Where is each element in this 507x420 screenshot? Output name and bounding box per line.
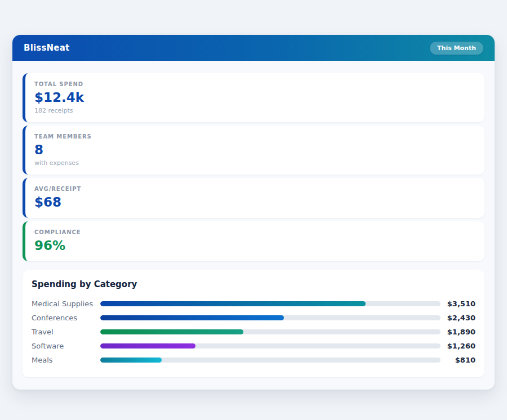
stat-value: $68 [34, 194, 475, 211]
category-value: $1,890 [441, 328, 475, 336]
category-label: Medical Supplies [32, 300, 100, 308]
bar-fill [100, 358, 162, 363]
chart-row-software: Software $1,260 [32, 339, 475, 353]
chart-row-travel: Travel $1,890 [32, 325, 475, 339]
stat-card-team-members: TEAM MEMBERS 8 with expenses [23, 126, 484, 175]
app-title: BlissNeat [24, 43, 69, 53]
stat-card-avg-receipt: AVG/RECEIPT $68 [23, 178, 484, 218]
stat-value: 8 [34, 142, 475, 158]
bar-fill [100, 315, 284, 320]
bar-track [100, 301, 441, 306]
stat-label: TEAM MEMBERS [34, 133, 475, 140]
chart-row-meals: Meals $810 [32, 353, 475, 367]
bar-track [100, 315, 441, 320]
bar-fill [100, 343, 195, 348]
category-value: $2,430 [441, 314, 475, 322]
stat-value: $12.4k [34, 90, 475, 106]
category-value: $1,260 [441, 342, 475, 350]
chart-title: Spending by Category [32, 279, 475, 289]
category-label: Travel [32, 328, 100, 336]
stat-card-total-spend: TOTAL SPEND $12.4k 182 receipts [23, 73, 484, 122]
app-header: BlissNeat This Month [12, 35, 495, 61]
stat-label: COMPLIANCE [34, 229, 475, 236]
category-value: $3,510 [441, 300, 475, 308]
stat-subtext: with expenses [34, 159, 475, 167]
bar-track [100, 358, 441, 363]
period-badge[interactable]: This Month [430, 42, 483, 55]
chart-row-conferences: Conferences $2,430 [32, 311, 475, 325]
spending-by-category-chart: Spending by Category Medical Supplies $3… [23, 270, 484, 377]
stat-label: AVG/RECEIPT [34, 185, 475, 193]
dashboard-container: BlissNeat This Month TOTAL SPEND $12.4k … [12, 35, 495, 390]
category-label: Conferences [32, 314, 100, 322]
stat-label: TOTAL SPEND [34, 81, 475, 88]
bar-fill [100, 329, 243, 334]
stat-value: 96% [34, 238, 475, 254]
stat-card-compliance: COMPLIANCE 96% [23, 221, 484, 261]
bar-track [100, 329, 441, 334]
dashboard-content: TOTAL SPEND $12.4k 182 receipts TEAM MEM… [12, 61, 495, 390]
category-value: $810 [441, 356, 475, 364]
bar-fill [100, 301, 366, 306]
chart-row-medical-supplies: Medical Supplies $3,510 [32, 297, 475, 311]
category-label: Meals [32, 356, 100, 364]
stat-subtext: 182 receipts [34, 106, 475, 115]
bar-track [100, 343, 441, 348]
category-label: Software [32, 342, 100, 350]
